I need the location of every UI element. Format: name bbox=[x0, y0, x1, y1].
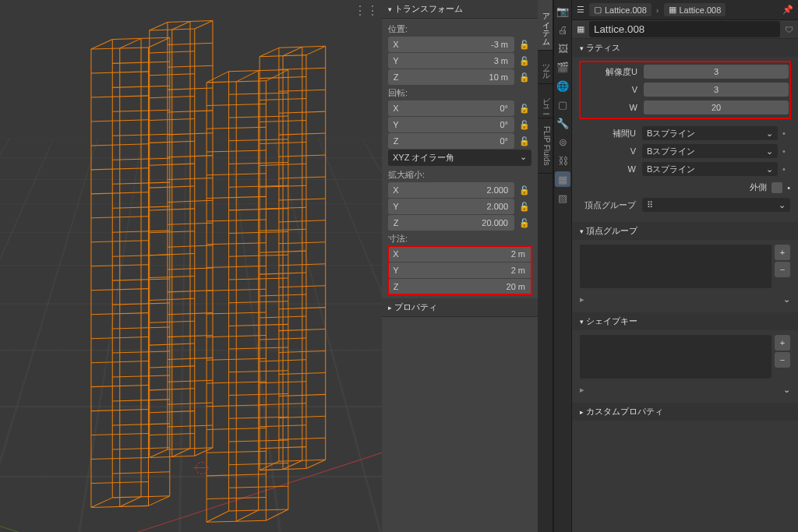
svg-line-204 bbox=[283, 47, 302, 55]
location-y-field[interactable]: 3 m bbox=[404, 53, 514, 69]
resolution-u-field[interactable]: 3 bbox=[644, 65, 789, 79]
interp-w-dropdown[interactable]: Bスプライン bbox=[642, 162, 778, 176]
dimension-z-field[interactable]: 20 m bbox=[404, 279, 531, 294]
dimension-y-field[interactable]: 2 m bbox=[404, 262, 531, 278]
vertex-group-list[interactable] bbox=[580, 245, 772, 288]
breadcrumb-object[interactable]: ▢Lattice.008 bbox=[589, 3, 651, 16]
scale-x-field[interactable]: 2.000 bbox=[404, 182, 514, 198]
location-z-field[interactable]: 10 m bbox=[404, 69, 514, 85]
lattice-object-3[interactable] bbox=[144, 14, 222, 466]
rotation-x-field[interactable]: 0° bbox=[404, 100, 514, 116]
physics-tab-icon[interactable]: ⊚ bbox=[555, 134, 570, 150]
lock-icon[interactable]: 🔓 bbox=[517, 104, 531, 114]
texture-tab-icon[interactable]: ▨ bbox=[555, 190, 570, 206]
svg-line-46 bbox=[91, 39, 112, 49]
svg-line-49 bbox=[120, 497, 141, 507]
resolution-u-label: 解像度U bbox=[581, 66, 644, 78]
remove-button[interactable]: − bbox=[775, 352, 790, 368]
viewport-3d[interactable]: ⋮⋮ bbox=[0, 0, 382, 532]
lattice-object-4[interactable] bbox=[256, 37, 334, 481]
properties-panel-header[interactable]: プロパティ bbox=[382, 298, 538, 317]
lattice-data-icon[interactable]: ▦ bbox=[577, 24, 584, 34]
dimension-x-field[interactable]: 2 m bbox=[404, 246, 531, 262]
rotation-z-field[interactable]: 0° bbox=[404, 133, 514, 149]
anim-icon[interactable]: • bbox=[787, 183, 790, 192]
n-panel-tabs: アイテム ツール ビュー FLIP Fluids bbox=[538, 0, 553, 532]
svg-line-151 bbox=[150, 449, 168, 458]
tab-flip-fluids[interactable]: FLIP Fluids bbox=[538, 118, 553, 174]
lock-icon[interactable]: 🔓 bbox=[517, 72, 531, 83]
svg-line-202 bbox=[260, 48, 279, 56]
resolution-w-field[interactable]: 20 bbox=[644, 100, 789, 115]
object-tab-icon[interactable]: ▢ bbox=[555, 97, 570, 112]
lock-icon[interactable]: 🔓 bbox=[517, 56, 531, 66]
svg-line-153 bbox=[172, 449, 190, 457]
anim-icon[interactable]: • bbox=[778, 164, 790, 174]
render-tab-icon[interactable]: 📷 bbox=[555, 3, 570, 19]
breadcrumb-data[interactable]: ▦Lattice.008 bbox=[664, 3, 726, 16]
scale-label: 拡大縮小: bbox=[388, 167, 531, 182]
n-panel: トランスフォーム 位置: X-3 m🔓 Y3 m🔓 Z10 m🔓 回転: X0°… bbox=[382, 0, 538, 532]
vertex-group-label: 頂点グループ bbox=[580, 199, 642, 211]
lock-icon[interactable]: 🔓 bbox=[517, 136, 531, 146]
anim-icon[interactable]: • bbox=[778, 146, 790, 156]
output-tab-icon[interactable]: 🖨 bbox=[555, 22, 570, 37]
tab-tool[interactable]: ツール bbox=[538, 51, 553, 84]
specials-menu-icon[interactable]: ⌄ bbox=[783, 294, 790, 305]
svg-line-103 bbox=[266, 509, 288, 520]
svg-line-99 bbox=[207, 511, 228, 522]
lattice-icon: ▦ bbox=[669, 5, 676, 15]
pin-icon[interactable]: 📌 bbox=[782, 5, 793, 15]
transform-panel-header[interactable]: トランスフォーム bbox=[382, 0, 538, 19]
expand-icon[interactable]: ▸ bbox=[580, 294, 584, 305]
interp-u-label: 補間U bbox=[580, 128, 642, 139]
shape-keys-header[interactable]: シェイプキー bbox=[572, 312, 798, 330]
svg-line-152 bbox=[172, 21, 190, 30]
lock-icon[interactable]: 🔓 bbox=[517, 218, 531, 228]
resolution-v-field[interactable]: 3 bbox=[644, 83, 789, 97]
lock-icon[interactable]: 🔓 bbox=[517, 185, 531, 196]
world-tab-icon[interactable]: 🌐 bbox=[555, 78, 570, 93]
rotation-mode-dropdown[interactable]: XYZ オイラー角 bbox=[388, 150, 531, 166]
scale-y-field[interactable]: 2.000 bbox=[404, 199, 514, 214]
datablock-name-input[interactable] bbox=[589, 21, 780, 37]
outside-label: 外側 bbox=[750, 181, 767, 193]
lock-icon[interactable]: 🔓 bbox=[517, 202, 531, 212]
properties-editor: ☰ ▢Lattice.008 › ▦Lattice.008 📌 ▦ 🛡 ラティス… bbox=[572, 0, 798, 532]
panel-drag-handle-icon[interactable]: ⋮⋮ bbox=[354, 3, 379, 18]
modifier-tab-icon[interactable]: 🔧 bbox=[555, 115, 570, 131]
expand-icon[interactable]: ▸ bbox=[580, 385, 584, 395]
remove-button[interactable]: − bbox=[775, 262, 790, 277]
rotation-y-field[interactable]: 0° bbox=[404, 117, 514, 132]
viewlayer-tab-icon[interactable]: 🖼 bbox=[555, 41, 570, 56]
add-button[interactable]: + bbox=[775, 335, 790, 351]
scene-tab-icon[interactable]: 🎬 bbox=[555, 59, 570, 75]
tab-view[interactable]: ビュー bbox=[538, 84, 553, 118]
editor-type-icon[interactable]: ☰ bbox=[577, 5, 584, 15]
svg-line-207 bbox=[306, 460, 326, 468]
svg-line-47 bbox=[91, 498, 112, 508]
lock-icon[interactable]: 🔓 bbox=[517, 40, 531, 50]
location-x-field[interactable]: -3 m bbox=[404, 37, 514, 52]
scale-z-field[interactable]: 20.000 bbox=[404, 215, 514, 231]
lattice-section-header[interactable]: ラティス bbox=[572, 39, 798, 57]
tab-item[interactable]: アイテム bbox=[538, 0, 553, 51]
svg-line-154 bbox=[195, 20, 213, 29]
outside-checkbox[interactable] bbox=[772, 182, 782, 193]
properties-tab-column: 📷 🖨 🖼 🎬 🌐 ▢ 🔧 ⊚ ⛓ ▦ ▨ bbox=[553, 0, 572, 532]
shape-key-list[interactable] bbox=[580, 335, 772, 379]
interp-v-dropdown[interactable]: Bスプライン bbox=[642, 144, 778, 158]
constraint-tab-icon[interactable]: ⛓ bbox=[555, 153, 570, 168]
svg-line-155 bbox=[195, 448, 213, 456]
custom-props-header[interactable]: カスタムプロパティ bbox=[572, 403, 798, 421]
data-tab-icon[interactable]: ▦ bbox=[555, 171, 570, 187]
add-button[interactable]: + bbox=[775, 245, 790, 260]
vertex-groups-header[interactable]: 頂点グループ bbox=[572, 222, 798, 240]
specials-menu-icon[interactable]: ⌄ bbox=[783, 385, 790, 395]
vertex-group-field[interactable]: ⠿ bbox=[642, 198, 790, 212]
anim-icon[interactable]: • bbox=[778, 129, 790, 138]
svg-line-203 bbox=[260, 461, 279, 470]
fake-user-icon[interactable]: 🛡 bbox=[785, 25, 793, 34]
interp-u-dropdown[interactable]: Bスプライン bbox=[642, 126, 778, 140]
lock-icon[interactable]: 🔓 bbox=[517, 120, 531, 130]
